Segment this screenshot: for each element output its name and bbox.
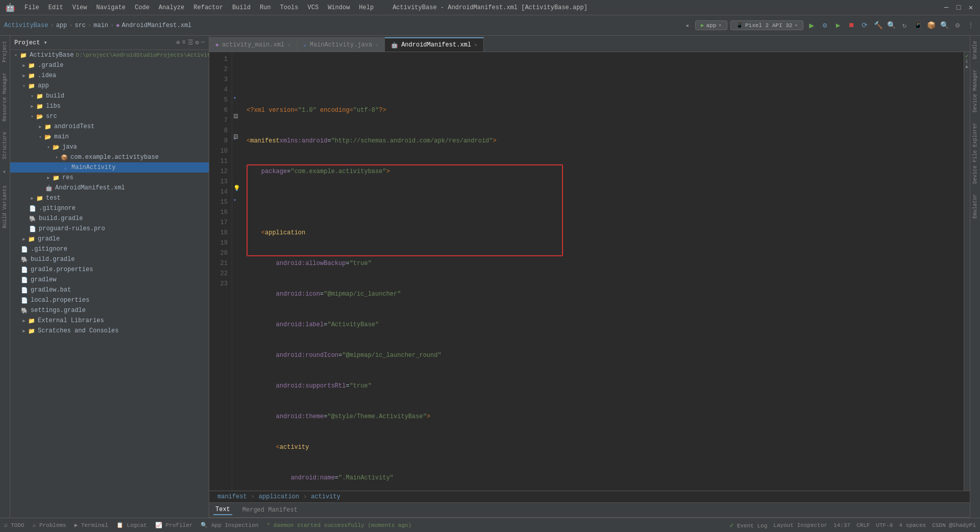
breadcrumb-app[interactable]: app	[56, 22, 67, 29]
project-tab[interactable]: Project	[1, 36, 9, 67]
tree-item-main[interactable]: ▾ 📂 main	[10, 132, 209, 142]
tree-item-idea[interactable]: ▶ 📁 .idea	[10, 70, 209, 81]
build-variants-tab[interactable]: Build Variants	[1, 180, 9, 233]
structure-tab[interactable]: Structure	[1, 127, 9, 164]
run-config-button[interactable]: ▶ app ▾	[695, 20, 727, 30]
tree-item-extlibs[interactable]: ▶ 📁 External Libraries	[10, 316, 209, 326]
breadcrumb-src[interactable]: src	[75, 22, 86, 29]
panel-settings-icon[interactable]: ⚙	[195, 39, 199, 46]
tree-item-settingsgradle[interactable]: 🐘 settings.gradle	[10, 305, 209, 316]
line-col-indicator[interactable]: 14:37	[834, 522, 850, 528]
tree-item-buildgradle-root[interactable]: 🐘 build.gradle	[10, 254, 209, 264]
profiler-button[interactable]: 📈 Profiler	[155, 522, 192, 528]
debug-button[interactable]: ⚙	[820, 20, 830, 31]
menu-window[interactable]: Window	[324, 3, 354, 12]
tree-item-build[interactable]: ▾ 📁 build	[10, 91, 209, 101]
tree-item-src[interactable]: ▾ 📂 src	[10, 111, 209, 122]
tree-item-scratches[interactable]: ▶ 📁 Scratches and Consoles	[10, 326, 209, 336]
tree-item-mainactivity[interactable]: ☕ MainActivity	[10, 162, 209, 173]
menu-build[interactable]: Build	[228, 3, 255, 12]
device-button[interactable]: 📱 Pixel 2 API 32 ▾	[730, 20, 803, 30]
tab-close-3[interactable]: ✕	[474, 42, 477, 48]
run-button[interactable]: ▶	[806, 20, 817, 31]
tab-close-2[interactable]: ✕	[375, 42, 378, 48]
tree-item-test[interactable]: ▶ 📁 test	[10, 193, 209, 203]
stop-button[interactable]: ■	[846, 20, 856, 31]
tree-item-gradlew[interactable]: 📄 gradlew	[10, 275, 209, 285]
menu-tools[interactable]: Tools	[276, 3, 303, 12]
favorites-tab[interactable]: ★	[1, 164, 9, 180]
tree-item-java[interactable]: ▾ 📂 java	[10, 142, 209, 152]
panel-collapse-icon[interactable]: ≡	[182, 39, 185, 46]
tree-item-gitignore-root[interactable]: 📄 .gitignore	[10, 244, 209, 254]
emulator-tab[interactable]: Emulator	[971, 189, 979, 224]
tree-item-package[interactable]: ▾ 📦 com.example.activitybase	[10, 152, 209, 162]
device-file-explorer-tab[interactable]: Device File Explorer	[971, 117, 979, 189]
tree-item-localprops[interactable]: 📄 local.properties	[10, 295, 209, 305]
layout-inspector-button[interactable]: Layout Inspector	[773, 522, 827, 528]
panel-locate-icon[interactable]: ⊕	[176, 39, 180, 46]
breadcrumb-file[interactable]: ◆ AndroidManifest.xml	[116, 21, 191, 29]
terminal-button[interactable]: ▶ Terminal	[75, 522, 108, 528]
tree-item-gradleprops[interactable]: 📄 gradle.properties	[10, 264, 209, 275]
nav-back-icon[interactable]: ◂	[682, 20, 692, 31]
tree-item-buildgradle-app[interactable]: 🐘 build.gradle	[10, 213, 209, 224]
tree-item-androidmanifest[interactable]: 🤖 AndroidManifest.xml	[10, 183, 209, 193]
device-manager-tab[interactable]: Device Manager	[971, 64, 979, 117]
logcat-button[interactable]: 📋 Logcat	[116, 522, 147, 528]
menu-code[interactable]: Code	[131, 3, 154, 12]
tree-root[interactable]: ▾ 📁 ActivityBase D:\project\AndroidStudi…	[10, 50, 209, 60]
bc-manifest[interactable]: manifest	[217, 493, 247, 500]
menu-refactor[interactable]: Refactor	[189, 3, 227, 12]
analyze-button[interactable]: 🔍	[886, 20, 896, 31]
maximize-button[interactable]: □	[954, 4, 963, 12]
menu-navigate[interactable]: Navigate	[92, 3, 130, 12]
tab-merged-manifest[interactable]: Merged Manifest	[240, 505, 300, 515]
event-log-button[interactable]: ✓ Event Log	[729, 521, 767, 529]
tree-item-proguard[interactable]: 📄 proguard-rules.pro	[10, 224, 209, 234]
tree-item-gitignore-app[interactable]: 📄 .gitignore	[10, 203, 209, 213]
panel-options-icon[interactable]: ☰	[188, 39, 193, 46]
tree-item-libs[interactable]: ▶ 📁 libs	[10, 101, 209, 111]
tab-main-activity[interactable]: ☕ MainActivity.java ✕	[297, 37, 385, 52]
bc-activity[interactable]: activity	[311, 493, 340, 500]
tree-item-gradlewbat[interactable]: 📄 gradlew.bat	[10, 285, 209, 295]
breadcrumb-main[interactable]: main	[93, 22, 108, 29]
encoding-indicator[interactable]: UTF-8	[876, 522, 893, 528]
menu-run[interactable]: Run	[256, 3, 275, 12]
menu-help[interactable]: Help	[355, 3, 378, 12]
tab-activity-main[interactable]: ◆ activity_main.xml ✕	[209, 37, 297, 52]
menu-vcs[interactable]: VCS	[304, 3, 323, 12]
menu-file[interactable]: File	[20, 3, 43, 12]
build-button[interactable]: 🔨	[873, 20, 883, 31]
resource-manager-tab[interactable]: Resource Manager	[1, 67, 9, 127]
menu-analyze[interactable]: Analyze	[155, 3, 188, 12]
menu-view[interactable]: View	[68, 3, 91, 12]
code-content[interactable]: <?xml version="1.0" encoding="utf-8"?> <…	[242, 52, 964, 491]
indent-indicator[interactable]: 4 spaces	[899, 522, 926, 528]
todo-button[interactable]: ☑ TODO	[4, 522, 24, 528]
line-sep-indicator[interactable]: CRLF	[856, 522, 870, 528]
gradle-sync-icon[interactable]: ↻	[899, 20, 910, 31]
tree-item-androidtest[interactable]: ▶ 📁 androidTest	[10, 122, 209, 132]
sync-button[interactable]: ⟳	[860, 20, 870, 31]
problems-button[interactable]: ⚠ Problems	[33, 522, 66, 528]
gradle-tab[interactable]: Gradle	[971, 36, 979, 64]
tree-item-gradle-hidden[interactable]: ▶ 📁 .gradle	[10, 60, 209, 70]
coverage-button[interactable]: ▶	[833, 20, 843, 31]
avd-manager-icon[interactable]: 📱	[913, 20, 923, 31]
bc-application[interactable]: application	[259, 493, 299, 500]
more-actions-icon[interactable]: ⋮	[966, 20, 976, 31]
panel-minimize-icon[interactable]: ─	[201, 39, 205, 46]
tree-item-gradle-folder[interactable]: ▶ 📁 gradle	[10, 234, 209, 244]
scrollbar[interactable]: ✓ 1 ▲	[964, 52, 970, 491]
tree-item-app[interactable]: ▾ 📁 app	[10, 81, 209, 91]
tab-text[interactable]: Text	[213, 505, 232, 515]
sdk-manager-icon[interactable]: 📦	[926, 20, 936, 31]
tab-close-1[interactable]: ✕	[287, 42, 290, 48]
close-button[interactable]: ✕	[967, 4, 975, 12]
git-indicator[interactable]: CSDN @ShadyPi	[932, 522, 976, 528]
menu-edit[interactable]: Edit	[44, 3, 67, 12]
search-everywhere-icon[interactable]: 🔍	[939, 20, 949, 31]
breadcrumb-project[interactable]: ActivityBase	[4, 22, 48, 29]
